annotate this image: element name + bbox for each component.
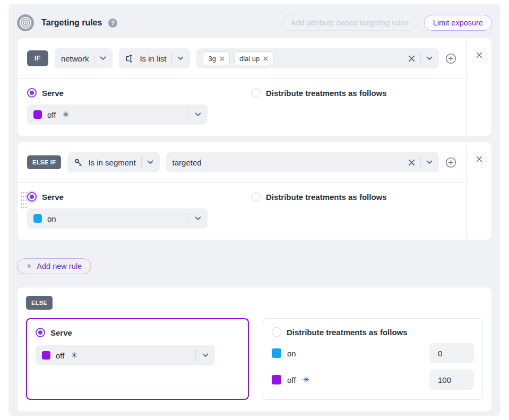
treatment-dropdown-value: off: [56, 351, 64, 360]
distribute-option-inner: Distribute treatments as follows: [272, 327, 408, 337]
chip-label: dial up: [239, 55, 260, 63]
field-divider: [420, 156, 421, 168]
attribute-select[interactable]: network: [55, 48, 113, 68]
chevron-down-icon: [177, 56, 184, 60]
rule-2-serve-section: Serve Distribute treatments as follows o…: [18, 183, 466, 240]
percent-input[interactable]: [429, 343, 474, 363]
serve-label: Serve: [42, 192, 64, 202]
serve-label: Serve: [50, 328, 72, 337]
distribute-label: Distribute treatments as follows: [287, 328, 408, 337]
treatment-name: off: [287, 375, 296, 384]
distribute-panel[interactable]: Distribute treatments as follows on off …: [263, 318, 483, 400]
if-badge: IF: [27, 50, 48, 66]
dropdown-controls: [195, 349, 209, 361]
chevron-down-icon[interactable]: [426, 160, 433, 164]
treatment-color-swatch: [272, 348, 281, 358]
percent-input[interactable]: [429, 370, 474, 390]
matcher-select-value: Is in segment: [88, 158, 135, 167]
matcher-select[interactable]: Is in list: [119, 48, 190, 68]
list-values-field[interactable]: 3g dial up: [196, 48, 439, 68]
treatment-color-swatch: [272, 375, 281, 384]
segment-input[interactable]: [172, 158, 404, 167]
distribution-row: off ✳: [272, 370, 474, 390]
chevron-down-icon: [195, 216, 201, 221]
serve-option: Serve: [36, 328, 239, 337]
treatment-color-swatch: [33, 110, 42, 119]
clear-field-icon[interactable]: [408, 55, 415, 62]
distribute-radio[interactable]: [251, 88, 261, 98]
rule-2-serve-options: Serve Distribute treatments as follows: [27, 192, 456, 202]
default-rule-panels: Serve off ✳: [26, 318, 483, 400]
serve-label: Serve: [42, 89, 64, 98]
distribute-option: Distribute treatments as follows: [272, 327, 474, 337]
chevron-down-icon: [147, 160, 153, 164]
dropdown-divider: [188, 109, 188, 120]
default-rule-card: ELSE Serve off ✳: [17, 287, 492, 412]
dropdown-controls: [188, 109, 201, 120]
distribution-row: on: [272, 343, 474, 363]
add-condition-button[interactable]: [445, 157, 456, 168]
clear-field-icon[interactable]: [408, 159, 415, 166]
rule-1-condition-row: IF network Is in list: [18, 38, 466, 78]
chip-label: 3g: [208, 55, 215, 63]
serve-radio[interactable]: [36, 328, 45, 337]
text-cursor-icon: [125, 54, 134, 63]
add-attribute-rules-button[interactable]: Add attribute based targeting rules: [282, 15, 418, 31]
add-condition-button[interactable]: [445, 53, 456, 64]
targeting-rules-panel: Targeting rules ? Add attribute based ta…: [8, 4, 501, 416]
delete-rule-icon[interactable]: [475, 155, 484, 163]
limit-exposure-button[interactable]: Limit exposure: [424, 15, 492, 31]
chevron-down-icon[interactable]: [426, 56, 433, 60]
delete-rule-icon[interactable]: [475, 51, 484, 59]
select-divider: [141, 156, 142, 168]
distribute-option: Distribute treatments as follows: [251, 88, 387, 98]
distribute-option: Distribute treatments as follows: [251, 192, 387, 202]
treatment-dropdown[interactable]: off ✳: [36, 345, 215, 365]
serve-option-inner: Serve: [36, 328, 72, 337]
field-controls: [408, 52, 433, 64]
treatment-color-swatch: [33, 214, 42, 223]
treatment-color-swatch: [42, 351, 50, 360]
serve-panel-selected[interactable]: Serve off ✳: [26, 318, 249, 400]
field-controls: [408, 156, 433, 168]
distribute-label: Distribute treatments as follows: [266, 89, 387, 98]
add-new-rule-button[interactable]: + Add new rule: [17, 258, 91, 274]
attribute-select-value: network: [61, 54, 89, 63]
else-badge: ELSE: [26, 296, 53, 310]
chevron-down-icon: [195, 112, 201, 117]
rule-2-delete-column: [466, 142, 491, 240]
key-icon: [74, 158, 83, 167]
drag-handle[interactable]: [20, 191, 27, 209]
segment-field[interactable]: [166, 152, 439, 172]
matcher-select[interactable]: Is in segment: [67, 152, 159, 172]
remove-chip-icon[interactable]: [263, 56, 268, 61]
rule-card-else-if: ELSE IF Is in segment: [17, 142, 492, 240]
matcher-select-value: Is in list: [140, 54, 166, 63]
serve-radio[interactable]: [27, 88, 37, 98]
serve-option: Serve: [27, 88, 251, 98]
rule-2-condition-row: ELSE IF Is in segment: [18, 142, 466, 182]
serve-radio[interactable]: [27, 192, 37, 202]
radio-hover-halo: [25, 190, 38, 203]
panel-header: Targeting rules ? Add attribute based ta…: [17, 4, 492, 38]
distribute-radio[interactable]: [251, 192, 261, 202]
help-icon[interactable]: ?: [108, 19, 117, 28]
distribute-radio[interactable]: [272, 327, 281, 337]
rule-card-if: IF network Is in list: [17, 38, 492, 136]
default-treatment-icon: ✳: [303, 375, 309, 384]
treatment-dropdown[interactable]: off ✳: [27, 104, 208, 125]
rule-1-delete-column: [466, 38, 491, 136]
default-treatment-icon: ✳: [71, 351, 77, 360]
default-treatment-icon: ✳: [62, 110, 69, 119]
rule-1-serve-options: Serve Distribute treatments as follows: [27, 88, 456, 98]
add-new-rule-label: Add new rule: [37, 262, 82, 270]
treatment-dropdown[interactable]: on: [27, 208, 208, 229]
else-if-badge: ELSE IF: [27, 155, 61, 169]
dropdown-controls: [188, 213, 201, 224]
chevron-down-icon: [202, 353, 209, 357]
rule-1-serve-section: Serve Distribute treatments as follows o…: [18, 79, 466, 136]
dropdown-divider: [195, 349, 196, 361]
dropdown-divider: [188, 213, 188, 224]
remove-chip-icon[interactable]: [220, 56, 225, 61]
treatment-name: on: [287, 349, 296, 358]
